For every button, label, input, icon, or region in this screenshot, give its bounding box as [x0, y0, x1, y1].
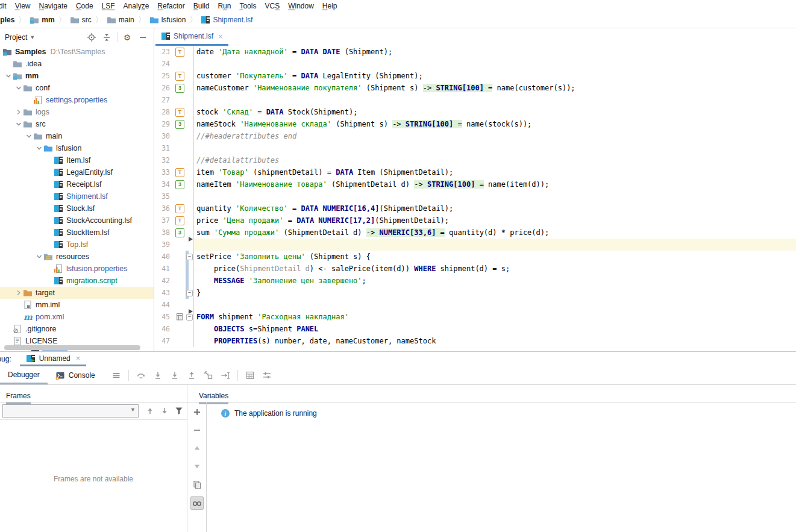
menu-analyze[interactable]: Analyze [119, 2, 154, 10]
tree-row-mm-iml[interactable]: mm.iml [0, 299, 154, 311]
code-text[interactable]: setPrice 'Заполнить цены' (Shipment s) { [193, 251, 796, 263]
code-text[interactable]: FORM shipment 'Расходная накладная' [193, 311, 796, 323]
code-line-33[interactable]: 33Titem 'Товар' (shipmentDetail) = DATA … [154, 166, 796, 178]
fold-marker-icon[interactable]: − [186, 254, 193, 260]
step-out-icon[interactable] [187, 371, 196, 380]
hide-icon[interactable] [138, 33, 148, 42]
code-line-39[interactable]: 39 [154, 239, 796, 251]
add-icon[interactable] [191, 406, 203, 418]
remove-icon[interactable] [191, 424, 203, 436]
tree-row-samples[interactable]: SamplesD:\Test\Samples [0, 46, 154, 58]
code-text[interactable]: //#detailattributes [193, 154, 796, 166]
property-gutter-icon[interactable]: T [175, 216, 184, 225]
close-icon[interactable]: × [218, 32, 223, 41]
move-down-icon[interactable] [191, 460, 203, 472]
tree-row-target[interactable]: target [0, 287, 154, 299]
debug-session-tab[interactable]: Unnamed × [20, 352, 87, 366]
property-gutter-icon[interactable]: T [175, 168, 184, 177]
code-line-40[interactable]: 40−setPrice 'Заполнить цены' (Shipment s… [154, 251, 796, 263]
tree-row-resources[interactable]: resources [0, 251, 154, 263]
tree-row-shipment-lsf[interactable]: Shipment.lsf [0, 190, 154, 202]
chevron-down-icon[interactable] [35, 144, 43, 152]
chevron-down-icon[interactable] [25, 132, 33, 140]
property-gutter-icon[interactable]: 3 [175, 180, 184, 189]
breadcrumb-item-shipment-lsf[interactable]: Shipment.lsf [201, 15, 252, 25]
code-text[interactable]: nameCustomer 'Наименование покупателя' (… [193, 82, 796, 94]
tree-row-receipt-lsf[interactable]: Receipt.lsf [0, 178, 154, 190]
code-text[interactable]: nameStock 'Наименование склада' (Shipmen… [193, 118, 796, 130]
code-text[interactable] [193, 299, 796, 311]
code-text[interactable]: price 'Цена продажи' = DATA NUMERIC[17,2… [193, 214, 796, 227]
tree-row-settings-properties[interactable]: settings.properties [0, 94, 154, 106]
code-text[interactable]: nameItem 'Наименование товара' (Shipment… [193, 178, 796, 190]
tree-row--gitignore[interactable]: .gitignore [0, 323, 154, 335]
menu-code[interactable]: Code [72, 2, 98, 10]
code-line-30[interactable]: 30//#headerattributes end [154, 130, 796, 142]
tab-console[interactable]: Console [48, 368, 103, 384]
thread-selector-combobox[interactable]: ▼ [2, 404, 139, 418]
code-line-37[interactable]: 37Tprice 'Цена продажи' = DATA NUMERIC[1… [154, 214, 796, 227]
variables-pane-tab[interactable]: Variables [199, 385, 228, 404]
property-gutter-icon[interactable]: T [175, 204, 184, 213]
horizontal-scrollbar[interactable] [4, 345, 140, 350]
frames-pane-tab[interactable]: Frames [6, 385, 31, 404]
gutter-arrow-icon[interactable] [189, 309, 193, 314]
code-line-26[interactable]: 263nameCustomer 'Наименование покупателя… [154, 82, 796, 94]
tree-row-mm[interactable]: mm [0, 70, 154, 82]
code-line-32[interactable]: 32//#detailattributes [154, 154, 796, 166]
menu-tools[interactable]: Tools [235, 2, 260, 10]
property-gutter-icon[interactable]: 3 [175, 120, 184, 129]
settings-icon[interactable]: ⚙ [123, 33, 133, 42]
tree-row-stockitem-lsf[interactable]: StockItem.lsf [0, 227, 154, 239]
tree-row-migration-script[interactable]: migration.script [0, 275, 154, 287]
step-into-icon[interactable] [153, 371, 163, 380]
code-text[interactable]: //#headerattributes end [193, 130, 796, 142]
menu-lsf[interactable]: LSF [98, 2, 119, 10]
code-text[interactable]: customer 'Покупатель' = DATA LegalEntity… [193, 70, 796, 82]
chevron-right-icon[interactable] [14, 289, 23, 297]
filter-icon[interactable] [174, 406, 184, 416]
code-text[interactable] [193, 190, 796, 202]
menu-navigate[interactable]: Navigate [35, 2, 72, 10]
menu-run[interactable]: Run [213, 2, 235, 10]
property-gutter-icon[interactable]: 3 [175, 228, 184, 237]
tree-row-logs[interactable]: logs [0, 106, 154, 118]
code-text[interactable] [193, 239, 796, 251]
tree-row-lsfusion-properties[interactable]: lsfusion.properties [0, 263, 154, 275]
code-text[interactable]: PROPERTIES(s) number, date, nameCustomer… [193, 335, 796, 347]
code-line-25[interactable]: 25Tcustomer 'Покупатель' = DATA LegalEnt… [154, 70, 796, 82]
code-line-31[interactable]: 31 [154, 142, 796, 154]
property-gutter-icon[interactable]: 3 [175, 84, 184, 93]
code-line-27[interactable]: 27 [154, 94, 796, 106]
more-icon[interactable] [111, 371, 121, 380]
chevron-down-icon[interactable] [14, 120, 23, 128]
tree-row-stock-lsf[interactable]: Stock.lsf [0, 202, 154, 214]
fold-marker-icon[interactable]: − [186, 290, 193, 296]
tree-row-item-lsf[interactable]: Item.lsf [0, 154, 154, 166]
tree-row-lsfusion[interactable]: lsfusion [0, 142, 154, 154]
gutter-arrow-icon[interactable] [189, 237, 193, 242]
breadcrumb-item-src[interactable]: src [70, 15, 92, 25]
close-icon[interactable]: × [76, 354, 81, 363]
tree-row-main[interactable]: main [0, 130, 154, 142]
menu-help[interactable]: Help [318, 2, 342, 10]
property-gutter-icon[interactable]: T [175, 72, 184, 81]
breadcrumb-item-samples[interactable]: Samples [0, 16, 14, 24]
chevron-down-icon[interactable] [35, 252, 43, 261]
layout-settings-icon[interactable] [262, 371, 272, 380]
code-text[interactable] [193, 142, 796, 154]
code-text[interactable]: quantity 'Количество' = DATA NUMERIC[16,… [193, 202, 796, 214]
menu-refactor[interactable]: Refactor [153, 2, 189, 10]
code-line-43[interactable]: 43−} [154, 287, 796, 299]
code-text[interactable]: date 'Дата накладной' = DATA DATE (Shipm… [193, 46, 796, 58]
code-line-42[interactable]: 42 MESSAGE 'Заполнение цен завершено'; [154, 275, 796, 287]
tree-row-stockaccounting-lsf[interactable]: StockAccounting.lsf [0, 214, 154, 227]
menu-edit[interactable]: Edit [0, 2, 11, 10]
code-text[interactable]: MESSAGE 'Заполнение цен завершено'; [193, 275, 796, 287]
code-line-28[interactable]: 28Tstock 'Склад' = DATA Stock(Shipment); [154, 106, 796, 118]
code-text[interactable]: item 'Товар' (shipmentDetail) = DATA Ite… [193, 166, 796, 178]
menu-vcs[interactable]: VCS [260, 2, 284, 10]
fold-marker-icon[interactable]: − [186, 314, 193, 321]
editor-tab-shipment[interactable]: Shipment.lsf × [155, 28, 228, 46]
force-step-into-icon[interactable] [170, 371, 180, 380]
